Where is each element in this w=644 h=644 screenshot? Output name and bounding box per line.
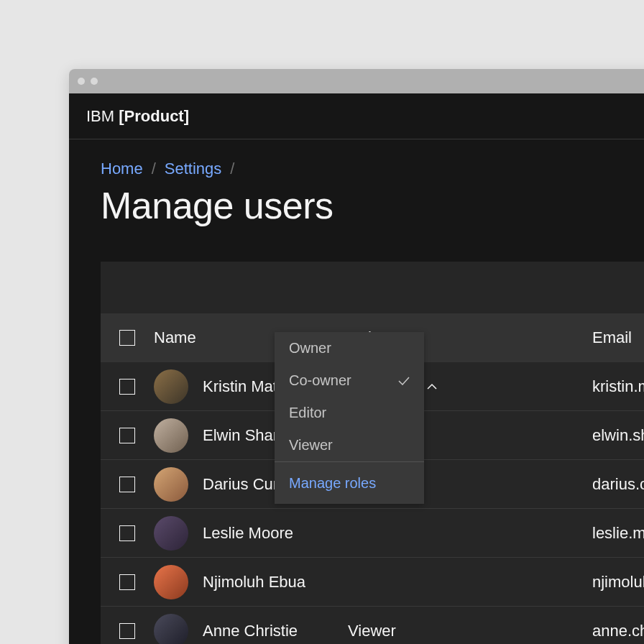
user-name: Njimoluh Ebua: [203, 573, 305, 592]
cell-email: kristin.m: [592, 377, 644, 396]
row-checkbox-cell: [101, 525, 154, 541]
row-checkbox[interactable]: [119, 428, 135, 443]
row-checkbox-cell: [101, 428, 154, 443]
manage-roles-label: Manage roles: [289, 475, 376, 492]
user-name: Anne Christie: [203, 622, 298, 640]
select-all-checkbox[interactable]: [119, 330, 135, 346]
cell-email: darius.cu: [592, 475, 644, 494]
app-header: IBM [Product]: [69, 93, 644, 139]
breadcrumb-settings[interactable]: Settings: [165, 160, 222, 178]
avatar: [154, 418, 188, 453]
cell-name: Leslie Moore: [154, 516, 348, 551]
dropdown-option-label: Co-owner: [289, 372, 351, 389]
dropdown-option-owner[interactable]: Owner: [275, 332, 424, 364]
window-chrome: [69, 69, 644, 93]
header-email[interactable]: Email: [592, 328, 644, 347]
user-name: Leslie Moore: [203, 524, 293, 543]
table-row: Leslie Moore leslie.mo: [101, 509, 644, 558]
table-row: Njimoluh Ebua njimoluh: [101, 558, 644, 607]
row-checkbox-cell: [101, 623, 154, 639]
dropdown-option-viewer[interactable]: Viewer: [275, 429, 424, 461]
cell-name: Anne Christie: [154, 614, 348, 645]
cell-name: Njimoluh Ebua: [154, 565, 348, 599]
cell-email: elwin.sh: [592, 426, 644, 445]
brand-company: IBM: [86, 107, 114, 125]
cell-email: leslie.mo: [592, 524, 644, 543]
brand-label: IBM [Product]: [86, 107, 189, 126]
dropdown-option-editor[interactable]: Editor: [275, 397, 424, 429]
breadcrumb-separator: /: [152, 160, 156, 178]
row-checkbox-cell: [101, 574, 154, 590]
row-checkbox-cell: [101, 379, 154, 395]
avatar: [154, 565, 188, 599]
window-control-close[interactable]: [78, 78, 85, 85]
breadcrumb-home[interactable]: Home: [101, 160, 143, 178]
avatar: [154, 467, 188, 502]
row-checkbox[interactable]: [119, 525, 135, 541]
avatar: [154, 614, 188, 645]
content-header: Home / Settings / Manage users: [69, 139, 644, 262]
header-checkbox-cell: [101, 330, 154, 346]
brand-product: [Product]: [119, 107, 189, 125]
dropdown-option-label: Viewer: [289, 437, 333, 454]
breadcrumb-separator: /: [230, 160, 234, 178]
table-row: Anne Christie Viewer anne.chr: [101, 607, 644, 644]
dropdown-option-co-owner[interactable]: Co-owner: [275, 364, 424, 397]
cell-email: anne.chr: [592, 622, 644, 640]
dropdown-option-label: Editor: [289, 405, 326, 421]
chevron-up-icon: [426, 381, 438, 392]
page-title: Manage users: [101, 184, 644, 227]
checkmark-icon: [398, 372, 410, 389]
cell-email: njimoluh: [592, 573, 644, 592]
manage-roles-link[interactable]: Manage roles: [275, 462, 424, 504]
row-checkbox[interactable]: [119, 574, 135, 590]
row-checkbox[interactable]: [119, 379, 135, 395]
row-checkbox[interactable]: [119, 477, 135, 492]
role-dropdown-menu: Owner Co-owner Editor Viewer Manage role…: [275, 332, 424, 504]
cell-role[interactable]: Viewer: [348, 622, 592, 640]
table-toolbar: [101, 262, 644, 313]
dropdown-option-label: Owner: [289, 340, 331, 356]
breadcrumb: Home / Settings /: [101, 160, 644, 178]
avatar: [154, 369, 188, 404]
row-checkbox-cell: [101, 477, 154, 492]
avatar: [154, 516, 188, 551]
role-value: Viewer: [348, 622, 396, 640]
row-checkbox[interactable]: [119, 623, 135, 639]
window-control-minimize[interactable]: [91, 78, 98, 85]
